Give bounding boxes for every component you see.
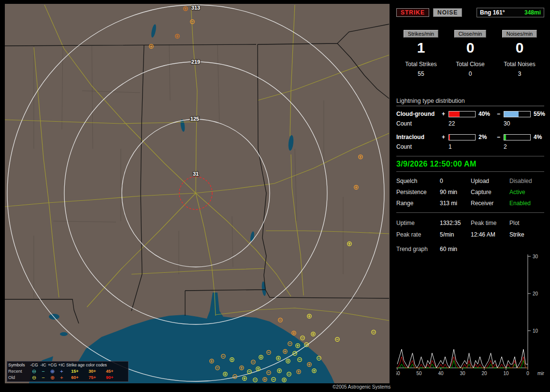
trend-y-tick-labels: 30 20 10 <box>533 254 538 334</box>
rate-counters: Strikes/min 1 Total Strikes 55 Close/min… <box>396 30 544 77</box>
ic-plus-pct: 2% <box>477 134 497 140</box>
close-per-min-button[interactable]: Close/min <box>454 30 487 38</box>
total-close-label: Total Close <box>446 61 495 68</box>
upload-label: Upload <box>471 178 509 184</box>
svg-text:20: 20 <box>481 371 487 376</box>
status-panel: STRIKE NOISE Bng 161° 348mi Strikes/min … <box>392 4 546 388</box>
recent-neg-ic-icon: − <box>39 368 48 375</box>
peak-rate-value: 5/min <box>440 231 471 238</box>
trend-window-value: 60 min <box>440 246 544 252</box>
cloud-ground-label: Cloud-ground <box>396 111 442 117</box>
trend-series-cg-strikes-per-min <box>397 357 528 368</box>
persistence-label: Persistence <box>396 189 440 196</box>
cg-minus-pct: 55% <box>532 111 545 117</box>
ring-label-219: 219 <box>191 59 200 65</box>
ring-label-125: 125 <box>190 116 199 122</box>
legend-symbols-header: Symbols <box>8 362 29 368</box>
trend-x-tick-labels: 60 50 40 30 20 10 0 min <box>396 371 544 376</box>
capture-label: Capture <box>471 189 509 196</box>
cg-plus-bar <box>449 111 476 117</box>
trend-graph-header: Trend graph 60 min <box>396 246 544 252</box>
cg-plus-pct: 40% <box>477 111 497 117</box>
svg-text:20: 20 <box>533 291 538 296</box>
ring-label-31: 31 <box>193 171 199 177</box>
total-strikes-value: 55 <box>396 70 446 77</box>
capture-status: Active <box>509 189 544 196</box>
ic-minus-count: 2 <box>504 143 532 150</box>
age-60: 60+ <box>66 375 84 381</box>
total-noises-value: 3 <box>495 70 544 77</box>
divider <box>396 212 544 213</box>
datetime-display: 3/9/2026 12:50:00 AM <box>396 160 544 168</box>
cloud-ground-count-row: Count 22 30 <box>396 120 544 127</box>
lightning-map[interactable]: 313 219 125 31 Symbols -CG -IC +CG +IC S… <box>5 4 390 383</box>
water-bodies <box>29 24 334 383</box>
stats-grid: Uptime 1332:35 Peak time Plot Peak rate … <box>396 220 544 238</box>
age-90: 90+ <box>101 375 118 381</box>
strikes-column: Strikes/min 1 Total Strikes 55 <box>396 30 446 77</box>
cloud-ground-row: Cloud-ground + 40% − 55% <box>396 111 544 117</box>
indicator-bar: STRIKE NOISE Bng 161° 348mi <box>396 8 544 17</box>
distribution-title: Lightning type distribution <box>396 98 544 106</box>
plus-sign: + <box>442 111 449 117</box>
strike-symbol <box>359 155 362 159</box>
close-per-min-value: 0 <box>446 41 495 55</box>
peak-rate-label: Peak rate <box>396 231 440 238</box>
ic-minus-pct: 4% <box>532 134 544 140</box>
road-lines <box>5 5 389 321</box>
intracloud-row: Intracloud + 2% − 4% <box>396 134 544 140</box>
divider <box>396 156 544 156</box>
strike-symbol <box>190 20 194 24</box>
copyright-credit: ©2005 Astrogenic Systems <box>333 384 391 390</box>
noise-indicator-button[interactable]: NOISE <box>433 8 462 17</box>
trend-graph-label: Trend graph <box>396 246 440 252</box>
lightning-tracker-app: { "credit": "©2005 Astrogenic Systems", … <box>0 0 550 392</box>
age-45: 45+ <box>101 368 118 375</box>
strike-symbol <box>372 330 376 334</box>
squelch-value: 0 <box>440 178 471 184</box>
noises-per-min-value: 0 <box>495 41 544 55</box>
range-label: Range <box>396 200 440 207</box>
range-value: 313 mi <box>440 200 471 207</box>
cg-plus-count: 22 <box>449 120 477 127</box>
ring-labels: 313 219 125 31 <box>190 5 200 177</box>
svg-text:60: 60 <box>396 371 400 376</box>
divider <box>396 171 544 172</box>
total-strikes-label: Total Strikes <box>396 61 446 68</box>
strike-symbol <box>184 7 188 11</box>
distance-value: 348mi <box>524 9 541 16</box>
plot-value: Strike <box>509 231 544 238</box>
old-pos-cg-icon: ⊕ <box>48 375 57 381</box>
ic-minus-bar <box>504 134 531 140</box>
trend-series-layer <box>397 350 528 368</box>
noises-column: Noises/min 0 Total Noises 3 <box>495 30 544 77</box>
total-close-value: 0 <box>446 70 495 77</box>
strike-symbol <box>311 332 315 336</box>
recent-pos-cg-icon: ⊕ <box>48 368 57 375</box>
bearing-value: Bng 161° <box>480 9 505 16</box>
legend-pos-ic-header: +IC <box>57 362 66 368</box>
strike-symbol <box>354 185 358 189</box>
strike-symbol <box>335 337 339 341</box>
minus-sign: − <box>497 111 504 117</box>
strike-indicator-button[interactable]: STRIKE <box>396 8 429 17</box>
trend-graph: 30 20 10 60 50 40 30 20 10 0 min <box>396 254 544 379</box>
minus-sign: − <box>497 134 504 140</box>
count-label: Count <box>396 120 442 127</box>
map-legend: Symbols -CG -IC +CG +IC Strike age color… <box>7 361 129 382</box>
ring-label-313: 313 <box>191 5 200 11</box>
legend-neg-cg-header: -CG <box>29 362 39 368</box>
squelch-label: Squelch <box>396 178 440 184</box>
map-canvas: 313 219 125 31 <box>5 4 390 383</box>
intracloud-label: Intracloud <box>396 134 442 140</box>
uptime-value: 1332:35 <box>440 220 471 226</box>
plus-sign: + <box>442 134 449 140</box>
trend-x-unit: min <box>537 371 544 376</box>
strikes-per-min-button[interactable]: Strikes/min <box>404 30 438 38</box>
strike-symbol <box>278 318 282 322</box>
persistence-value: 90 min <box>440 189 471 196</box>
svg-text:10: 10 <box>533 328 538 334</box>
age-15: 15+ <box>66 368 84 375</box>
noises-per-min-button[interactable]: Noises/min <box>502 30 537 38</box>
recent-neg-cg-icon: ⊖ <box>29 368 39 375</box>
